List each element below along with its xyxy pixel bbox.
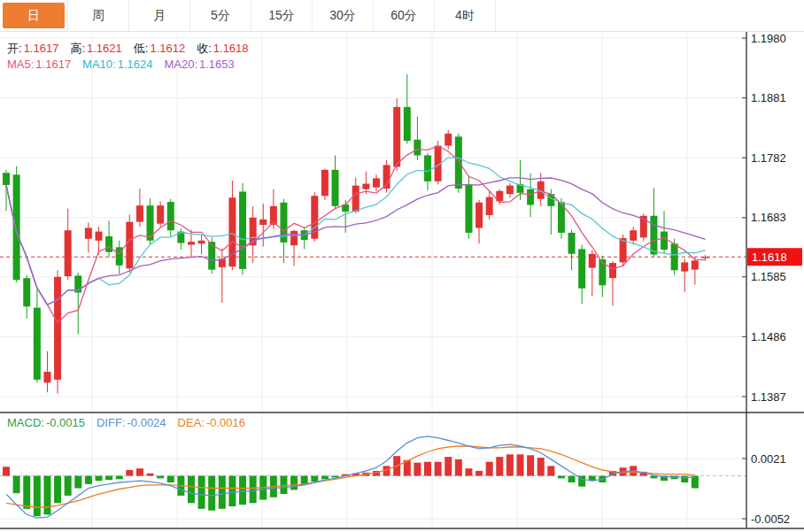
macd-value: -0.0015 [46,416,85,429]
tab-week-label: 周 [71,3,126,28]
tab-4hour[interactable]: 4时 [435,0,496,31]
low-label: 低: [134,42,149,55]
macd-chart-area[interactable] [0,414,746,528]
tab-30min-label: 30分 [315,3,370,28]
tab-5min[interactable]: 5分 [190,0,251,31]
diff-value: -0.0024 [127,416,166,429]
ma10-label: MA10: [82,58,116,71]
tab-15min[interactable]: 15分 [251,0,313,31]
macd-tick-label: 0.0021 [751,452,786,466]
price-tick-label: 1.1782 [751,151,786,165]
current-price-label: 1.1618 [752,251,787,264]
ma10-value: 1.1624 [118,58,153,71]
tab-month-label: 月 [132,3,187,28]
price-tick-label: 1.1881 [751,91,786,104]
ma5-value: 1.1617 [35,58,71,71]
price-tick-label: 1.1683 [751,211,786,224]
ma20-label: MA20: [164,58,197,71]
macd-label: MACD: [7,416,44,429]
ohlc-info-row: 开:1.1617高:1.1621低:1.1612收:1.1618 [7,41,260,57]
tab-60min-label: 60分 [376,3,431,28]
main-chart-area[interactable] [0,33,746,412]
high-value: 1.1621 [87,42,122,55]
tab-month[interactable]: 月 [129,0,190,31]
timeframe-tabbar: 日 周 月 5分 15分 30分 60分 4时 [0,0,804,32]
trading-chart-app: 日 周 月 5分 15分 30分 60分 4时 1.19801.18811.17… [0,0,804,532]
diff-label: DIFF: [97,416,126,429]
price-tick-label: 1.1585 [751,270,786,283]
price-tick-label: 1.1387 [751,390,786,404]
ma20-value: 1.1653 [199,58,235,71]
close-value: 1.1618 [213,42,249,55]
price-tick-label: 1.1980 [751,32,786,45]
close-label: 收: [197,42,212,55]
low-value: 1.1612 [150,42,185,55]
macd-tick-label: -0.0052 [751,513,790,526]
tab-day[interactable]: 日 [0,0,68,31]
tab-15min-label: 15分 [254,3,309,28]
open-value: 1.1617 [24,42,59,55]
tab-week[interactable]: 周 [68,0,129,31]
tab-30min[interactable]: 30分 [313,0,374,31]
tab-day-label: 日 [3,3,65,28]
chart-svg: 1.19801.18811.17821.16831.15851.14861.13… [0,0,804,532]
dea-value: -0.0016 [206,416,245,429]
tab-60min[interactable]: 60分 [374,0,435,31]
ma5-label: MA5: [7,58,34,71]
dea-label: DEA: [178,416,205,429]
macd-info-row: MACD:-0.0015DIFF:-0.0024DEA:-0.0016 [7,416,257,429]
price-tick-label: 1.1486 [751,330,786,343]
open-label: 开: [7,42,22,55]
high-label: 高: [70,42,85,55]
tab-4hour-label: 4时 [437,3,492,28]
tabbar-filler [496,0,804,31]
ma-info-row: MA5:1.1617MA10:1.1624MA20:1.1653 [7,58,246,71]
tab-5min-label: 5分 [193,3,248,28]
